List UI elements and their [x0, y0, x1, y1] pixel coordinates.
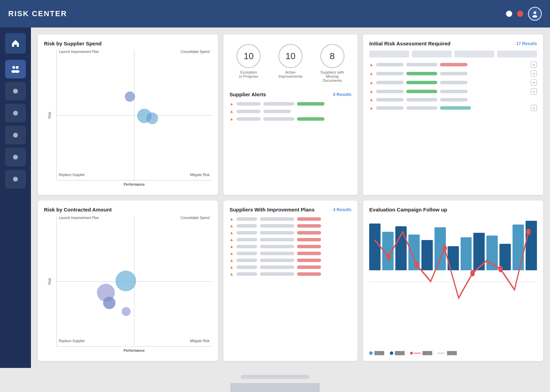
imp-pill-9a — [236, 272, 257, 276]
pill-1b — [263, 102, 294, 106]
sidebar-item-3[interactable] — [5, 126, 26, 144]
initial-risk-title: Initial Risk Assessment Required — [369, 41, 450, 46]
assess-row-3: ▲ + — [369, 79, 537, 86]
imp-pill-5b — [260, 245, 294, 248]
sidebar-item-1[interactable] — [5, 82, 26, 100]
assess-pill-5c — [440, 98, 468, 101]
scatter-label-c-tr: Consolidate Spend — [180, 216, 210, 220]
imp-row-4: ▲ — [230, 237, 352, 242]
imp-row-9: ▲ — [230, 272, 352, 276]
bar-12 — [513, 225, 524, 270]
imp-pill-4b — [260, 238, 294, 241]
assess-plus-4[interactable]: + — [531, 88, 537, 95]
assess-pill-4a — [376, 90, 404, 93]
filter-4[interactable] — [497, 51, 537, 57]
imp-row-7: ▲ — [230, 258, 352, 263]
assess-pill-1a — [376, 63, 404, 66]
scatter-label-c-br: Mitigate Risk — [190, 339, 209, 343]
assess-pill-1c — [440, 63, 468, 66]
assess-row-2: ▲ + — [369, 70, 537, 77]
top-card-row: Risk by Supplier Spend Risk Performance … — [38, 34, 543, 195]
alert-icon-1: ▲ — [230, 101, 234, 106]
svg-point-3 — [16, 66, 19, 69]
improvement-header: Suppliers With Improvement Plans 4 Resul… — [230, 207, 352, 213]
bar-11 — [499, 244, 511, 270]
alerts-results: 8 Results — [333, 92, 351, 97]
alerts-title: Supplier Alerts — [230, 91, 266, 97]
bar-6 — [434, 227, 446, 270]
assess-plus-6[interactable]: + — [531, 105, 537, 111]
legend-baseline: ████ — [438, 351, 456, 355]
legend-series1: ████ — [369, 351, 384, 355]
status-dot-white — [506, 11, 512, 17]
sidebar — [0, 28, 31, 368]
bar-13 — [526, 221, 537, 270]
assess-row-6: ▲ + — [369, 105, 537, 111]
sidebar-item-4[interactable] — [5, 148, 26, 166]
assess-plus-2[interactable]: + — [531, 70, 537, 77]
axis-x-label-c: Performance — [124, 349, 145, 352]
imp-icon-8: ▲ — [230, 265, 234, 270]
alert-icon-2: ▲ — [230, 109, 234, 114]
risk-by-contracted-card: Risk by Contracted Amount Risk Performan… — [38, 200, 218, 361]
scatter-label-bl: Replace Supplier — [59, 173, 85, 177]
scatter-label-c-bl: Replace Supplier — [59, 339, 85, 343]
imp-icon-5: ▲ — [230, 244, 234, 249]
imp-pill-6c — [297, 252, 321, 255]
risk-by-supplier-title: Risk by Supplier Spend — [44, 41, 212, 46]
assess-pill-2b — [406, 72, 437, 75]
eval-campaign-card: Evaluation Campaign Follow up — [363, 200, 543, 361]
bar-5 — [421, 240, 433, 270]
assess-plus-1[interactable]: + — [531, 62, 537, 68]
sidebar-item-home[interactable] — [5, 33, 26, 54]
assess-icon-5: ▲ — [369, 97, 373, 102]
filter-2[interactable] — [412, 51, 452, 57]
assess-icon-4: ▲ — [369, 89, 373, 94]
imp-pill-7b — [260, 259, 294, 262]
imp-pill-2b — [260, 224, 294, 228]
imp-pill-2c — [297, 224, 321, 228]
imp-row-8: ▲ — [230, 265, 352, 270]
pill-1c — [297, 102, 324, 106]
imp-row-1: ▲ — [230, 217, 352, 221]
sidebar-item-2[interactable] — [5, 104, 26, 122]
chart-wrap — [369, 215, 537, 348]
eval-title: Evaluation Campaign Follow up — [369, 207, 537, 213]
imp-icon-7: ▲ — [230, 258, 234, 263]
bottom-tab[interactable] — [230, 383, 320, 392]
bar-3 — [395, 226, 407, 270]
kpi-label-exception: Exceptionin Progress — [239, 70, 258, 78]
bar-8 — [461, 237, 472, 270]
alert-icon-3: ▲ — [230, 117, 234, 121]
pill-2b — [263, 110, 291, 113]
svg-point-0 — [534, 11, 536, 14]
sidebar-item-5[interactable] — [5, 170, 26, 188]
chart-legend: ████ ████ ████ █ — [369, 351, 537, 355]
assess-pill-4b — [406, 90, 437, 93]
kpi-label-missing: Suppliers withMissingDocuments — [320, 70, 344, 83]
imp-pill-6a — [236, 252, 257, 255]
bottom-pill — [241, 375, 309, 379]
imp-row-5: ▲ — [230, 244, 352, 249]
imp-pill-8c — [297, 265, 321, 269]
assess-pill-6c — [440, 106, 471, 110]
imp-pill-4a — [236, 238, 257, 241]
bar-7 — [448, 246, 459, 270]
imp-pill-3b — [260, 231, 294, 235]
scatter-label-c-tl: Launch Improvement Plan — [59, 216, 99, 220]
alert-row-3: ▲ — [230, 117, 352, 121]
avatar[interactable] — [528, 7, 542, 21]
sidebar-item-people[interactable] — [5, 60, 26, 78]
kpi-circle-active: 10 — [278, 44, 302, 68]
assess-plus-3[interactable]: + — [531, 79, 537, 86]
filter-3[interactable] — [454, 51, 494, 57]
assess-pill-5b — [406, 98, 437, 101]
imp-pill-8a — [236, 265, 257, 269]
risk-by-supplier-card: Risk by Supplier Spend Risk Performance … — [38, 34, 218, 195]
chart-baseline — [369, 282, 537, 282]
assess-pill-2c — [440, 72, 468, 75]
header-title: RISK CENTER — [8, 9, 500, 18]
imp-pill-4c — [297, 238, 321, 241]
risk-contracted-title: Risk by Contracted Amount — [44, 207, 212, 213]
filter-1[interactable] — [369, 51, 409, 57]
